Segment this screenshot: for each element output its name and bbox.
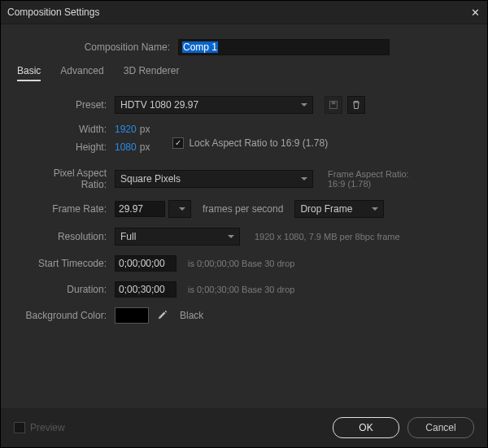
frame-rate-label: Frame Rate: (25, 203, 115, 215)
window-title: Composition Settings (7, 7, 469, 18)
frame-rate-input[interactable]: 29.97 (115, 201, 165, 217)
preset-label: Preset: (25, 99, 115, 111)
resolution-dropdown[interactable]: Full (115, 228, 240, 246)
composition-settings-dialog: Composition Settings ✕ Composition Name:… (0, 0, 488, 448)
lock-aspect-checkbox[interactable]: ✓ (172, 137, 184, 149)
preview-checkbox (14, 422, 25, 433)
tab-advanced[interactable]: Advanced (60, 65, 103, 81)
duration-input[interactable]: 0;00;30;00 (115, 281, 176, 298)
height-label: Height: (25, 141, 115, 153)
resolution-label: Resolution: (25, 231, 115, 242)
bg-color-swatch[interactable] (115, 307, 149, 324)
eyedropper-icon[interactable] (157, 309, 168, 323)
height-value[interactable]: 1080 (115, 141, 137, 153)
comp-name-label: Composition Name: (15, 41, 178, 53)
duration-hint: is 0;00;30;00 Base 30 drop (188, 285, 294, 294)
resolution-hint: 1920 x 1080, 7.9 MB per 8bpc frame (255, 232, 400, 241)
par-dropdown[interactable]: Square Pixels (115, 170, 313, 188)
comp-name-input[interactable]: Comp 1 (178, 39, 390, 55)
dialog-footer: Preview OK Cancel (1, 408, 487, 447)
dialog-body: Composition Name: Comp 1 Basic Advanced … (1, 24, 487, 413)
start-tc-hint: is 0;00;00;00 Base 30 drop (188, 259, 294, 268)
bg-color-name: Black (180, 310, 203, 321)
tabs: Basic Advanced 3D Renderer (15, 65, 473, 81)
tab-basic[interactable]: Basic (17, 65, 41, 81)
svg-rect-1 (332, 102, 336, 105)
tab-3d-renderer[interactable]: 3D Renderer (124, 65, 180, 81)
preview-checkbox-group: Preview (14, 422, 65, 433)
par-label: Pixel Aspect Ratio: (25, 167, 115, 190)
save-preset-icon[interactable] (325, 96, 342, 114)
lock-aspect-label: Lock Aspect Ratio to 16:9 (1.78) (189, 137, 328, 149)
bg-color-label: Background Color: (25, 310, 115, 321)
duration-label: Duration: (25, 284, 115, 295)
titlebar: Composition Settings ✕ (1, 1, 487, 24)
cancel-button[interactable]: Cancel (407, 417, 474, 438)
width-value[interactable]: 1920 (115, 124, 137, 135)
close-icon[interactable]: ✕ (469, 7, 481, 19)
frame-aspect: Frame Aspect Ratio: 16:9 (1.78) (328, 169, 409, 189)
frame-rate-stepper[interactable] (168, 200, 191, 218)
width-label: Width: (25, 124, 115, 135)
start-tc-input[interactable]: 0;00;00;00 (115, 255, 176, 272)
start-tc-label: Start Timecode: (25, 258, 115, 269)
ok-button[interactable]: OK (333, 417, 399, 438)
drop-frame-dropdown[interactable]: Drop Frame (294, 200, 384, 218)
trash-icon[interactable] (347, 96, 365, 114)
preset-dropdown[interactable]: HDTV 1080 29.97 (115, 96, 313, 114)
